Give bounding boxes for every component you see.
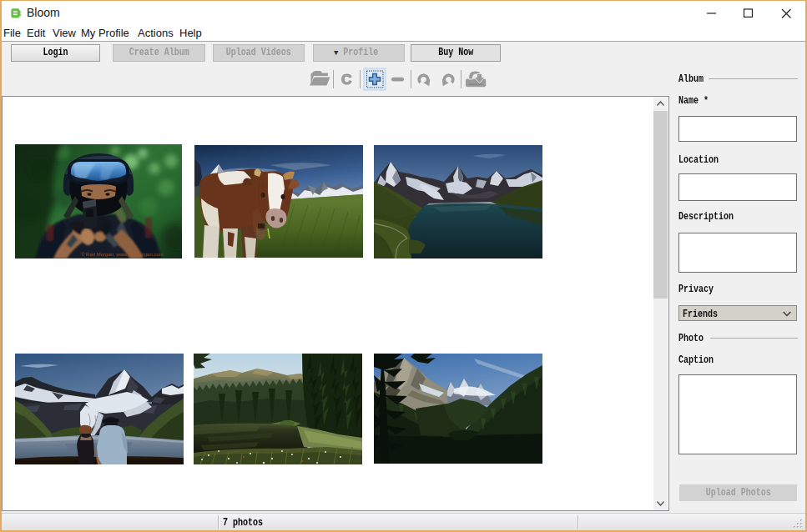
svg-text:C: C [341, 72, 351, 88]
svg-text:© Rad Morgan, www.radmorgan.co: © Rad Morgan, www.radmorgan.com [81, 252, 164, 257]
